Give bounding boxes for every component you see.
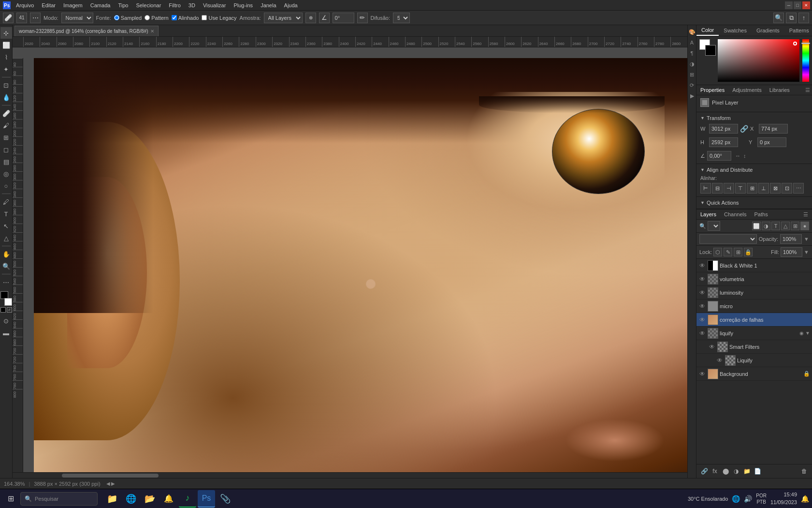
- arrange-icon[interactable]: ⧉: [786, 13, 797, 23]
- layer-visibility-toggle[interactable]: 👁: [698, 289, 706, 296]
- tool-pen[interactable]: 🖊: [0, 196, 12, 208]
- panel-toggle-color[interactable]: 🎨: [688, 28, 696, 36]
- menu-visualizar[interactable]: Visualizar: [200, 1, 230, 9]
- tool-shape[interactable]: △: [0, 232, 12, 244]
- opacity-input[interactable]: [780, 234, 802, 244]
- layer-visibility-toggle[interactable]: 👁: [698, 371, 706, 377]
- tab-color[interactable]: Color: [696, 25, 719, 36]
- tool-crop[interactable]: ⊡: [0, 79, 12, 91]
- layer-row[interactable]: 👁Liquify: [696, 354, 812, 367]
- angle-input[interactable]: [333, 13, 354, 23]
- minimize-button[interactable]: ─: [785, 1, 793, 9]
- filter-adjust[interactable]: ◑: [762, 222, 770, 230]
- search-icon[interactable]: 🔍: [773, 13, 784, 23]
- layer-row[interactable]: 👁micro: [696, 299, 812, 313]
- source-pattern[interactable]: Pattern: [145, 15, 168, 21]
- align-v-centers[interactable]: ⊞: [747, 183, 757, 194]
- panel-toggle-adjust[interactable]: ◑: [688, 60, 696, 68]
- panel-toggle-para[interactable]: ¶: [688, 49, 696, 57]
- kind-select[interactable]: Kind: [708, 221, 720, 231]
- menu-janela[interactable]: Janela: [257, 1, 279, 9]
- lock-all[interactable]: 🔒: [744, 248, 753, 256]
- layer-visibility-toggle[interactable]: 👁: [698, 262, 706, 269]
- menu-arquivo[interactable]: Arquivo: [13, 1, 37, 9]
- tool-blur[interactable]: ◎: [0, 168, 12, 179]
- layer-fx-icon[interactable]: fx: [710, 466, 720, 476]
- tool-more[interactable]: ⋯: [0, 276, 12, 288]
- menu-camada[interactable]: Camada: [87, 1, 114, 9]
- tool-select-rect[interactable]: ⬜: [0, 39, 12, 51]
- maximize-button[interactable]: □: [794, 1, 801, 9]
- layer-row[interactable]: 👁luminosity: [696, 286, 812, 299]
- taskbar-app-fileexplorer[interactable]: 📁: [103, 490, 121, 508]
- source-sampled[interactable]: Sampled: [114, 15, 142, 21]
- props-panel-menu[interactable]: ☰: [803, 87, 812, 93]
- menu-imagem[interactable]: Imagem: [60, 1, 86, 9]
- more-align[interactable]: ⋯: [793, 183, 804, 194]
- menu-ajuda[interactable]: Ajuda: [281, 1, 301, 9]
- tool-lasso[interactable]: ⌇: [0, 51, 12, 63]
- quick-actions-header[interactable]: ▼ Quick Actions: [696, 197, 812, 209]
- filter-type[interactable]: T: [771, 222, 780, 230]
- tool-zoom[interactable]: 🔍: [0, 260, 12, 272]
- tool-gradient[interactable]: ▤: [0, 156, 12, 167]
- tab-close-icon[interactable]: ✕: [150, 29, 154, 34]
- tool-brush[interactable]: 🖌: [0, 120, 12, 131]
- tool-move[interactable]: ⊹: [0, 27, 12, 39]
- tab-channels[interactable]: Channels: [720, 209, 750, 219]
- tool-text[interactable]: T: [0, 208, 12, 220]
- fill-input[interactable]: [781, 247, 802, 257]
- layer-link-icon[interactable]: 🔗: [699, 466, 709, 476]
- align-left-edges[interactable]: ⊢: [700, 183, 711, 194]
- layer-mask-icon[interactable]: ⬤: [721, 466, 730, 476]
- tab-adjustments[interactable]: Adjustments: [728, 85, 766, 95]
- layer-expand-icon[interactable]: ▼: [805, 330, 810, 336]
- layer-group-icon[interactable]: 📁: [742, 466, 752, 476]
- tab-properties[interactable]: Properties: [696, 85, 728, 95]
- default-colors[interactable]: ↺: [7, 307, 12, 313]
- fill-dropdown[interactable]: ▼: [804, 249, 809, 255]
- sample-icons[interactable]: ⊕: [305, 13, 316, 23]
- color-gradient[interactable]: [718, 39, 799, 82]
- opacity-dropdown[interactable]: ▼: [804, 236, 809, 242]
- brush-preset-icon[interactable]: ⋯: [30, 13, 41, 23]
- width-input[interactable]: [709, 124, 738, 134]
- tab-libraries[interactable]: Libraries: [766, 85, 794, 95]
- layer-row[interactable]: 👁liquify◉▼: [696, 327, 812, 340]
- sample-select[interactable]: All Layers: [264, 13, 303, 23]
- align-right-edges[interactable]: ⊣: [724, 183, 734, 194]
- align-top-edges[interactable]: ⊤: [735, 183, 746, 194]
- layer-adjust-icon[interactable]: ◑: [731, 466, 741, 476]
- filter-shape[interactable]: △: [781, 222, 790, 230]
- angle-prop-input[interactable]: [707, 151, 731, 161]
- tab-paths[interactable]: Paths: [751, 209, 772, 219]
- y-input[interactable]: [757, 137, 786, 147]
- lock-artboards[interactable]: ⊞: [734, 248, 742, 256]
- share-icon[interactable]: ↑: [798, 13, 809, 23]
- tool-path-select[interactable]: ↖: [0, 220, 12, 232]
- background-color[interactable]: [4, 298, 12, 306]
- flip-h-icon[interactable]: ↔: [735, 153, 740, 159]
- x-input[interactable]: [759, 124, 788, 134]
- taskbar-app-files2[interactable]: 📂: [141, 490, 159, 508]
- pen-icon[interactable]: ✏: [357, 13, 368, 23]
- height-input[interactable]: [709, 137, 738, 147]
- fg-bg-switch[interactable]: [0, 307, 6, 313]
- file-tab[interactable]: woman-2322885.psd @ 164% (correção de fa…: [14, 26, 159, 36]
- lock-position[interactable]: ✎: [724, 248, 732, 256]
- panel-toggle-layers[interactable]: ⊞: [688, 71, 696, 78]
- tab-layers[interactable]: Layers: [696, 209, 720, 219]
- layer-visibility-toggle[interactable]: 👁: [698, 316, 706, 323]
- layer-delete-icon[interactable]: 🗑: [799, 466, 809, 476]
- menu-selecionar[interactable]: Selecionar: [132, 1, 164, 9]
- tab-swatches[interactable]: Swatches: [719, 26, 752, 35]
- taskbar-search-box[interactable]: 🔍 Pesquisar: [20, 492, 98, 506]
- menu-filtro[interactable]: Filtro: [165, 1, 184, 9]
- taskbar-app-photoshop[interactable]: Ps: [198, 490, 215, 508]
- taskbar-app-edge[interactable]: 🌐: [122, 490, 140, 508]
- mode-select[interactable]: Normal: [61, 13, 93, 23]
- filter-smart[interactable]: ⊞: [791, 222, 799, 230]
- distribute-vert[interactable]: ⊡: [782, 183, 792, 194]
- panel-toggle-history[interactable]: ⟳: [688, 81, 696, 89]
- layer-row[interactable]: 👁volumetria: [696, 272, 812, 286]
